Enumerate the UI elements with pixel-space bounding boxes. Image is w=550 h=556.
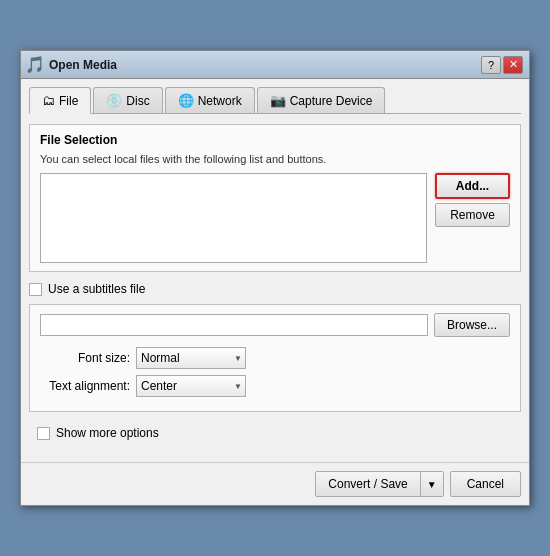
convert-save-dropdown[interactable]: ▼ xyxy=(421,472,443,496)
file-buttons: Add... Remove xyxy=(435,173,510,227)
text-alignment-select-wrapper: Left Center Right xyxy=(136,375,246,397)
convert-save-button[interactable]: Convert / Save xyxy=(316,472,420,496)
cancel-button[interactable]: Cancel xyxy=(450,471,521,497)
file-tab-icon: 🗂 xyxy=(42,93,55,108)
tab-bar: 🗂 File 💿 Disc 🌐 Network 📷 Capture Device xyxy=(29,87,521,114)
capture-tab-icon: 📷 xyxy=(270,93,286,108)
network-tab-icon: 🌐 xyxy=(178,93,194,108)
tab-network-label: Network xyxy=(198,94,242,108)
text-alignment-select[interactable]: Left Center Right xyxy=(136,375,246,397)
file-list[interactable] xyxy=(40,173,427,263)
show-more-label: Show more options xyxy=(56,426,159,440)
tab-file[interactable]: 🗂 File xyxy=(29,87,91,114)
convert-save-wrapper: Convert / Save ▼ xyxy=(315,471,443,497)
dialog-content: 🗂 File 💿 Disc 🌐 Network 📷 Capture Device… xyxy=(21,79,529,462)
font-size-label: Font size: xyxy=(40,351,130,365)
file-section-title: File Selection xyxy=(40,133,510,147)
tab-disc-label: Disc xyxy=(126,94,149,108)
text-alignment-label: Text alignment: xyxy=(40,379,130,393)
window-title: Open Media xyxy=(49,58,481,72)
tab-file-label: File xyxy=(59,94,78,108)
subtitle-browse-button[interactable]: Browse... xyxy=(434,313,510,337)
show-more-row: Show more options xyxy=(29,422,521,444)
file-section-desc: You can select local files with the foll… xyxy=(40,153,510,165)
show-more-checkbox[interactable] xyxy=(37,427,50,440)
subtitle-checkbox-label: Use a subtitles file xyxy=(48,282,145,296)
tab-capture[interactable]: 📷 Capture Device xyxy=(257,87,386,113)
text-alignment-row: Text alignment: Left Center Right xyxy=(40,375,510,397)
title-bar-buttons: ? ✕ xyxy=(481,56,523,74)
title-bar: 🎵 Open Media ? ✕ xyxy=(21,51,529,79)
add-button[interactable]: Add... xyxy=(435,173,510,199)
bottom-bar: Convert / Save ▼ Cancel xyxy=(21,462,529,505)
tab-capture-label: Capture Device xyxy=(290,94,373,108)
disc-tab-icon: 💿 xyxy=(106,93,122,108)
font-size-row: Font size: Smaller Small Normal Large La… xyxy=(40,347,510,369)
font-size-select-wrapper: Smaller Small Normal Large Larger xyxy=(136,347,246,369)
help-button[interactable]: ? xyxy=(481,56,501,74)
remove-button[interactable]: Remove xyxy=(435,203,510,227)
tab-network[interactable]: 🌐 Network xyxy=(165,87,255,113)
file-area: Add... Remove xyxy=(40,173,510,263)
subtitle-section: Browse... Font size: Smaller Small Norma… xyxy=(29,304,521,412)
file-selection-section: File Selection You can select local file… xyxy=(29,124,521,272)
close-button[interactable]: ✕ xyxy=(503,56,523,74)
open-media-dialog: 🎵 Open Media ? ✕ 🗂 File 💿 Disc 🌐 Network… xyxy=(20,50,530,506)
font-size-select[interactable]: Smaller Small Normal Large Larger xyxy=(136,347,246,369)
subtitle-row: Use a subtitles file xyxy=(29,282,521,296)
app-icon: 🎵 xyxy=(27,57,43,73)
tab-disc[interactable]: 💿 Disc xyxy=(93,87,162,113)
subtitle-file-row: Browse... xyxy=(40,313,510,337)
subtitle-file-input[interactable] xyxy=(40,314,428,336)
subtitle-checkbox[interactable] xyxy=(29,283,42,296)
